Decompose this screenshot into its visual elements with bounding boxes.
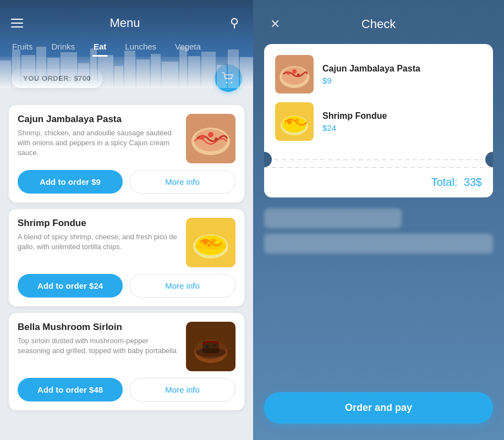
blurred-bar-1	[264, 208, 402, 228]
sirloin-desc: Top sirloin dusted with mushroom-pepper …	[18, 336, 179, 356]
shrimp-name: Shrimp Fondue	[18, 218, 179, 229]
cajun-desc: Shrimp, chicken, and andouille sausage s…	[18, 128, 179, 158]
shrimp-add-button[interactable]: Add to order $24	[18, 274, 123, 298]
svg-rect-17	[217, 65, 227, 88]
tab-drinks[interactable]: Drinks	[45, 37, 82, 56]
svg-point-52	[287, 120, 292, 124]
cajun-add-button[interactable]: Add to order $9	[18, 170, 123, 194]
receipt-shrimp-image	[275, 102, 314, 141]
svg-point-40	[213, 344, 216, 347]
svg-point-47	[297, 74, 300, 76]
svg-rect-19	[240, 57, 253, 88]
svg-point-53	[295, 119, 299, 123]
svg-point-27	[208, 132, 213, 138]
shrimp-actions: Add to order $24 More info	[18, 274, 235, 298]
svg-rect-6	[78, 63, 89, 88]
receipt-total-area: Total: 33$	[264, 167, 493, 197]
svg-point-25	[200, 135, 205, 139]
tab-eat[interactable]: Eat	[87, 37, 113, 56]
total-label: Total:	[431, 176, 458, 188]
receipt-shrimp-name: Shrimp Fondue	[322, 111, 387, 121]
svg-point-42	[195, 348, 226, 357]
total-value: 33$	[464, 176, 482, 188]
svg-point-26	[215, 138, 218, 141]
fondue-food-image	[186, 218, 235, 267]
svg-rect-0	[0, 61, 11, 88]
menu-card-shrimp: Shrimp Fondue A blend of spicy shrimp, c…	[9, 209, 244, 306]
sirloin-name: Bella Mushroom Sirloin	[18, 322, 179, 333]
sirloin-add-button[interactable]: Add to order $48	[18, 378, 123, 402]
receipt-cajun-name: Cajun Jambalaya Pasta	[322, 64, 420, 74]
receipt-item-shrimp: Shrimp Fondue $24	[275, 102, 482, 141]
tab-vegeta[interactable]: Vegeta	[168, 37, 207, 56]
shrimp-info: Shrimp Fondue A blend of spicy shrimp, c…	[18, 218, 179, 267]
tabs: Fruits Drinks Eat Lunches Vegeta	[0, 37, 253, 56]
menu-card-sirloin: Bella Mushroom Sirloin Top sirloin duste…	[9, 313, 244, 410]
total-text: Total: 33$	[431, 176, 482, 189]
sirloin-image	[186, 322, 235, 371]
cajun-actions: Add to order $9 More info	[18, 170, 235, 194]
svg-rect-8	[98, 55, 113, 88]
left-panel: Menu ⚲ Fruits Drinks Eat Lunches Vegeta …	[0, 0, 253, 440]
scallop-left	[264, 152, 272, 167]
menu-card-top: Cajun Jambalaya Pasta Shrimp, chicken, a…	[18, 114, 235, 163]
svg-rect-11	[136, 59, 150, 88]
receipt-cajun-price: $9	[322, 76, 420, 85]
right-panel: ✕ Check Cajun Jambalaya Pasta $9	[253, 0, 504, 440]
shrimp-more-button[interactable]: More info	[129, 274, 235, 298]
check-header: ✕ Check	[253, 0, 504, 44]
menu-card-cajun: Cajun Jambalaya Pasta Shrimp, chicken, a…	[9, 105, 244, 202]
receipt-divider	[264, 152, 493, 167]
header-title: Menu	[109, 16, 140, 30]
sirloin-food-image	[186, 322, 235, 371]
receipt-card: Cajun Jambalaya Pasta $9 Shrimp Fondue $…	[264, 44, 493, 152]
cajun-name: Cajun Jambalaya Pasta	[18, 114, 179, 125]
close-button[interactable]: ✕	[266, 15, 284, 33]
shrimp-desc: A blend of spicy shrimp, cheese, and fre…	[18, 232, 179, 252]
svg-rect-15	[188, 56, 200, 88]
svg-point-46	[287, 72, 290, 75]
pasta-food-image	[186, 114, 235, 163]
svg-rect-4	[47, 58, 59, 88]
receipt-item-cajun: Cajun Jambalaya Pasta $9	[275, 55, 482, 94]
search-icon[interactable]: ⚲	[227, 15, 242, 31]
shrimp-image	[186, 218, 235, 267]
cajun-image	[186, 114, 235, 163]
check-title: Check	[361, 17, 396, 31]
scallop-dashes	[274, 160, 483, 160]
tab-lunches[interactable]: Lunches	[118, 37, 163, 56]
sirloin-actions: Add to order $48 More info	[18, 378, 235, 402]
svg-rect-2	[21, 55, 35, 88]
svg-rect-13	[162, 62, 178, 88]
sirloin-more-button[interactable]: More info	[129, 378, 235, 402]
scallop-right	[485, 152, 493, 167]
svg-rect-9	[114, 66, 123, 88]
blurred-content	[264, 208, 493, 254]
menu-list: Cajun Jambalaya Pasta Shrimp, chicken, a…	[0, 100, 253, 440]
menu-card-top-shrimp: Shrimp Fondue A blend of spicy shrimp, c…	[18, 218, 235, 267]
blurred-bar-2	[264, 234, 493, 254]
svg-point-39	[205, 345, 209, 348]
sirloin-info: Bella Mushroom Sirloin Top sirloin duste…	[18, 322, 179, 371]
receipt-cajun-image	[275, 55, 314, 94]
header: Menu ⚲	[0, 0, 253, 37]
receipt-cajun-details: Cajun Jambalaya Pasta $9	[322, 64, 420, 85]
svg-point-32	[211, 239, 216, 243]
svg-rect-10	[124, 51, 135, 88]
svg-point-34	[195, 243, 226, 250]
receipt-shrimp-details: Shrimp Fondue $24	[322, 111, 387, 133]
cajun-more-button[interactable]: More info	[129, 170, 235, 194]
svg-rect-5	[61, 52, 77, 88]
tab-fruits[interactable]: Fruits	[6, 37, 40, 56]
svg-point-48	[292, 69, 297, 74]
order-pay-button[interactable]: Order and pay	[264, 392, 493, 424]
svg-rect-16	[201, 52, 216, 88]
menu-card-info: Cajun Jambalaya Pasta Shrimp, chicken, a…	[18, 114, 179, 163]
menu-card-top-sirloin: Bella Mushroom Sirloin Top sirloin duste…	[18, 322, 235, 371]
svg-rect-12	[151, 54, 161, 88]
receipt-shrimp-price: $24	[322, 123, 387, 133]
hamburger-icon[interactable]	[11, 19, 23, 28]
